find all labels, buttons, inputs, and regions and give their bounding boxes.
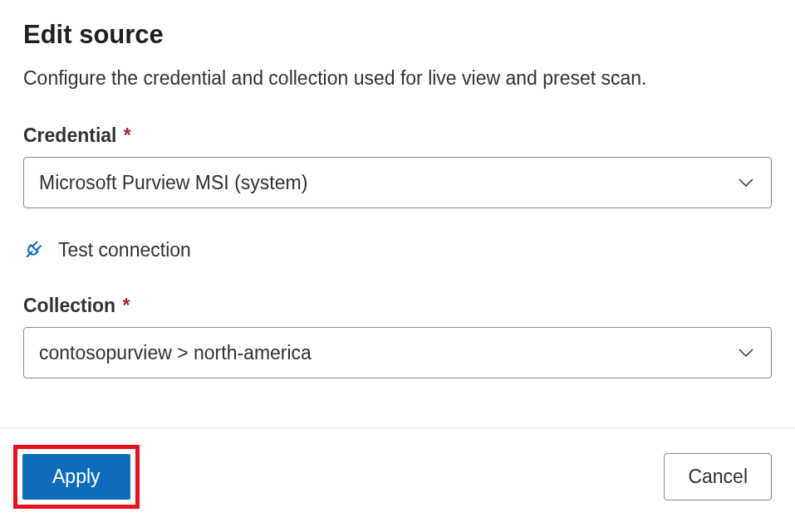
- plug-icon: [23, 238, 47, 261]
- chevron-down-icon: [736, 343, 756, 363]
- collection-field-group: Collection * contosopurview > north-amer…: [23, 295, 772, 378]
- credential-label-text: Credential: [23, 124, 116, 146]
- test-connection-label: Test connection: [58, 239, 191, 261]
- collection-dropdown[interactable]: contosopurview > north-america: [23, 327, 772, 378]
- required-indicator: *: [118, 124, 130, 146]
- footer-actions: Apply Cancel: [0, 427, 795, 532]
- credential-field-group: Credential * Microsoft Purview MSI (syst…: [23, 124, 772, 208]
- apply-highlight-box: Apply: [13, 445, 140, 509]
- page-description: Configure the credential and collection …: [23, 65, 772, 91]
- collection-label: Collection *: [23, 295, 772, 317]
- credential-selected-value: Microsoft Purview MSI (system): [39, 172, 307, 194]
- required-indicator: *: [117, 295, 130, 316]
- test-connection-button[interactable]: Test connection: [23, 238, 772, 261]
- chevron-down-icon: [736, 173, 756, 193]
- page-title: Edit source: [23, 20, 772, 50]
- apply-button[interactable]: Apply: [22, 454, 130, 500]
- collection-label-text: Collection: [23, 295, 115, 316]
- collection-selected-value: contosopurview > north-america: [39, 342, 312, 364]
- cancel-button[interactable]: Cancel: [664, 453, 772, 500]
- credential-label: Credential *: [23, 124, 772, 147]
- credential-dropdown[interactable]: Microsoft Purview MSI (system): [23, 157, 772, 208]
